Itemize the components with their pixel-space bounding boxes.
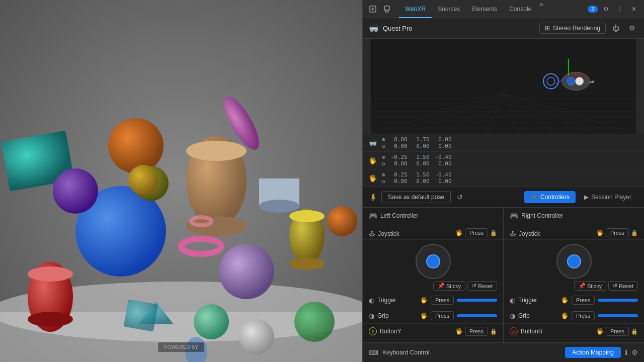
keyboard-icon: ⌨ [369,349,378,356]
right-sticky-icon: 📌 [579,283,586,289]
stereo-rendering-btn[interactable]: ⊞ Stereo Rendering [539,23,606,34]
device-header: 🥽 Quest Pro ⊞ Stereo Rendering ⏻ ⚙ [363,18,644,39]
left-grip-hand-icon: 🖐 [420,312,428,319]
right-controller-col: 🎮 Right Controller 🕹 Joystick 🖐 Press 🔒 [504,208,644,342]
left-joystick-pad[interactable] [416,244,451,279]
right-joystick-lock-icon[interactable]: 🔒 [631,230,638,236]
head-pose-coords: ⊕ 0.00 1.70 0.00 ↻ 0.00 0.00 0.00 [382,136,452,149]
left-trigger-icon: ◐ [369,297,374,304]
controllers-tab[interactable]: 🎮 Controllers [524,191,576,203]
right-controller-header: 🎮 Right Controller [504,208,644,224]
left-grip-label: ◑ Grip [369,312,420,320]
left-joystick-reset-btn[interactable]: ↺ Reset [467,281,497,291]
svg-point-23 [219,244,274,299]
right-trigger-slider[interactable] [598,299,638,302]
left-joystick-btns: 📌 Sticky ↺ Reset [363,281,503,293]
right-b-press-btn[interactable]: Press [606,327,629,336]
left-grip-slider[interactable] [457,314,497,317]
scene-panel: three.js vr - dragging [0,0,362,362]
webxr-panel: 🥽 Quest Pro ⊞ Stereo Rendering ⏻ ⚙ [363,18,644,342]
controllers-label: Controllers [540,194,570,201]
device-toolbar-btn[interactable] [381,3,393,15]
right-joystick-press-btn[interactable]: Press [606,228,629,237]
left-joystick-dot [426,254,440,268]
left-trigger-hand-icon: 🖐 [420,297,428,304]
right-trigger-press-btn[interactable]: Press [572,296,595,305]
pose-row-head: 🥽 ⊕ 0.00 1.70 0.00 ↻ 0.00 0.00 0.00 [363,134,644,152]
sticky-icon: 📌 [438,283,445,289]
left-controller-col: 🎮 Left Controller 🕹 Joystick 🖐 Press 🔒 [363,208,504,342]
left-button-y-controls: 🖐 Press 🔒 [455,327,497,336]
svg-point-58 [567,77,575,85]
left-y-press-btn[interactable]: Press [465,327,488,336]
pose-person-icon: 🧍 [369,193,377,201]
tab-sources[interactable]: Sources [432,0,466,18]
action-mapping-btn[interactable]: Action Mapping [565,347,621,358]
session-player-tab[interactable]: ▶ Session Player [578,191,638,203]
right-joystick-press-row: 🖐 Press 🔒 [596,228,638,237]
devtools-tabs: WebXR Sources Elements Console » [399,0,545,18]
right-grip-press-btn[interactable]: Press [572,311,595,320]
left-grip-controls: 🖐 Press [420,311,497,320]
y-btn-icon: Y [369,327,377,335]
left-joystick-press-btn[interactable]: Press [465,228,488,237]
tab-webxr[interactable]: WebXR [399,0,432,18]
svg-rect-33 [384,6,389,10]
svg-point-30 [294,302,335,342]
right-hand-pose-icon: 🖐 [369,174,378,182]
right-trigger-icon: ◐ [510,297,515,304]
left-button-y-row: Y ButtonY 🖐 Press 🔒 [363,324,503,339]
svg-point-14 [53,168,98,214]
head-pose-icon: 🥽 [369,139,378,147]
more-options-btn[interactable]: ⋮ [614,3,626,15]
more-tabs-btn[interactable]: » [537,0,545,18]
left-trigger-slider[interactable] [457,299,497,302]
svg-point-18 [28,312,73,327]
svg-point-24 [194,304,229,339]
bottom-info-icon[interactable]: ℹ [625,348,627,356]
device-settings-btn[interactable]: ⚙ [626,22,638,34]
svg-rect-35 [371,39,636,134]
left-button-y-label: Y ButtonY [369,327,455,335]
right-hand-pose-coords: ⊕ 0.25 1.50 -0.40 ↻ 0.00 0.00 0.00 [382,171,452,185]
scene-svg [0,0,362,362]
right-reset-icon: ↺ [613,283,617,289]
tab-console[interactable]: Console [503,0,537,18]
settings-btn[interactable]: ⚙ [600,3,612,15]
left-joystick-sticky-btn[interactable]: 📌 Sticky [433,281,465,291]
right-joystick-sticky-btn[interactable]: 📌 Sticky [574,281,606,291]
svg-point-28 [239,319,274,354]
power-btn[interactable]: ⏻ [610,22,622,34]
right-joystick-controls: 🖐 Press 🔒 [596,228,638,237]
inspect-element-btn[interactable] [367,3,379,15]
view-tab-group: 🎮 Controllers ▶ Session Player [524,191,638,203]
right-b-lock-icon[interactable]: 🔒 [631,328,638,335]
left-joystick-lock-icon[interactable]: 🔒 [490,230,497,236]
left-controller-title: Left Controller [380,212,418,219]
pose-row-right: 🖐 ⊕ 0.25 1.50 -0.40 ↻ 0.00 0.00 0.00 [363,169,644,187]
right-grip-label: ◑ Grip [510,312,561,320]
left-joystick-pad-wrap [363,240,503,281]
save-default-pose-btn[interactable]: Save as default pose [381,191,451,203]
reset-icon: ↺ [472,283,476,289]
left-trigger-press-btn[interactable]: Press [431,296,454,305]
head-pos-icon: ⊕ [382,136,385,143]
right-joystick-reset-btn[interactable]: ↺ Reset [608,281,638,291]
left-grip-press-btn[interactable]: Press [431,311,454,320]
reset-pose-btn[interactable]: ↺ [455,192,465,202]
viewport-3d [363,39,644,134]
svg-point-13 [289,258,325,270]
right-joystick-row: 🕹 Joystick 🖐 Press 🔒 [504,224,644,240]
left-controller-header: 🎮 Left Controller [363,208,503,224]
left-y-lock-icon[interactable]: 🔒 [490,328,497,335]
tab-elements[interactable]: Elements [466,0,503,18]
session-player-icon: ▶ [584,194,589,201]
close-devtools-btn[interactable]: ✕ [628,3,640,15]
left-joystick-icon: 🕹 [369,230,375,237]
right-grip-slider[interactable] [598,314,638,317]
devtools-topbar: WebXR Sources Elements Console » 2 ⚙ ⋮ ✕ [363,0,644,18]
right-controller-icon: 🎮 [510,212,518,220]
svg-point-17 [28,266,73,282]
right-joystick-pad[interactable] [556,244,592,279]
bottom-settings-icon[interactable]: ⚙ [631,348,638,356]
